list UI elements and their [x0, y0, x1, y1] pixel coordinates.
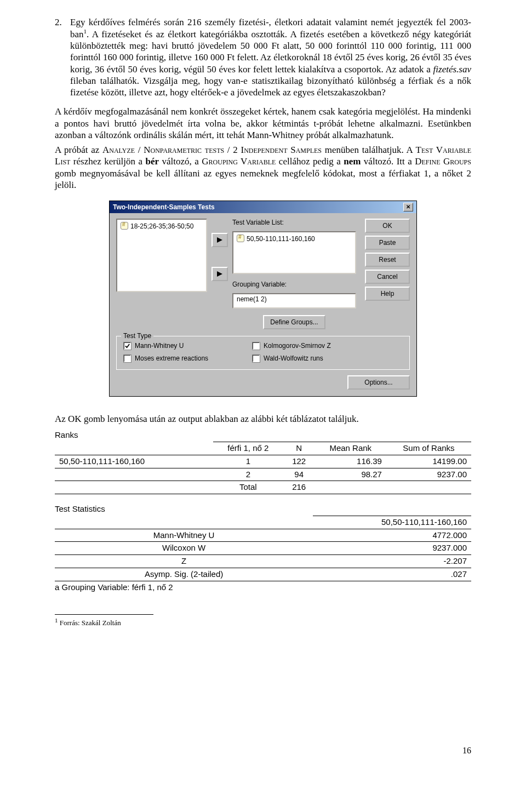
options-button[interactable]: Options...	[347, 375, 410, 390]
p3-d: változó, a	[159, 156, 202, 167]
variable-icon	[237, 235, 244, 242]
grouping-field[interactable]: neme(1 2)	[232, 293, 356, 308]
close-icon[interactable]: ✕	[403, 203, 413, 211]
after-dialog-text: Az OK gomb lenyomása után az output abla…	[55, 413, 471, 425]
test-variable-listbox[interactable]: 50,50-110,111-160,160	[232, 231, 356, 274]
stats-row: Z-2.207	[55, 555, 471, 568]
ranks-cell: 216	[283, 481, 315, 494]
source-listbox[interactable]: 18-25;26-35;36-50;50	[116, 219, 207, 292]
stats-value: 9237.000	[313, 542, 471, 555]
ranks-cell: 14199.00	[386, 455, 471, 468]
dialog-titlebar[interactable]: Two-Independent-Samples Tests ✕	[110, 201, 416, 213]
p3-c: részhez kerüljön a	[70, 156, 145, 167]
ww-label: Wald-Wolfowitz runs	[264, 354, 323, 363]
ranks-row: 2 94 98.27 9237.00	[55, 468, 471, 481]
ks-checkbox[interactable]: Kolmogorov-Smirnov Z	[252, 342, 331, 350]
checkbox-icon	[252, 354, 260, 363]
mw-label: Mann-Whitney U	[135, 342, 184, 350]
test-type-fieldset: Test Type Mann-Whitney U Mose	[116, 336, 410, 370]
dialog-title: Two-Independent-Samples Tests	[113, 203, 215, 211]
side-buttons: OK Paste Reset Cancel Help	[365, 219, 410, 329]
stats-col-header: 50,50-110,111-160,160	[313, 516, 471, 529]
svg-marker-0	[217, 237, 222, 243]
ranks-h-sum: Sum of Ranks	[386, 442, 471, 455]
stats-label: Z	[55, 555, 313, 568]
ranks-cell	[386, 481, 471, 494]
ranks-row-label: 50,50-110,111-160,160	[55, 455, 213, 468]
help-button[interactable]: Help	[365, 287, 410, 301]
menu-path: Analyze / Nonparametric tests / 2 Indepe…	[102, 145, 322, 155]
move-to-test-button[interactable]	[211, 233, 228, 247]
tvl-item-label: 50,50-110,111-160,160	[247, 235, 315, 243]
ok-button[interactable]: OK	[365, 219, 410, 233]
ranks-header-row: férfi 1, nő 2 N Mean Rank Sum of Ranks	[55, 442, 471, 455]
triangle-right-icon	[216, 237, 223, 243]
ranks-cell: 122	[283, 455, 315, 468]
stats-value: -2.207	[313, 555, 471, 568]
p3-g: gomb megnyomásával be kell állítani az e…	[55, 168, 471, 190]
tvl-label: Test Variable List:	[232, 219, 356, 227]
moses-checkbox[interactable]: Moses extreme reactions	[123, 354, 208, 363]
ranks-row: Total 216	[55, 481, 471, 494]
stats-title: Test Statistics	[55, 504, 471, 514]
ranks-cell	[315, 481, 386, 494]
define-groups-button[interactable]: Define Groups...	[263, 315, 325, 329]
arrow-column	[211, 219, 228, 329]
triangle-right-icon	[216, 271, 223, 277]
stats-value: 4772.000	[313, 529, 471, 542]
stats-row: Asymp. Sig. (2-tailed).027	[55, 568, 471, 581]
ui-label-grp: Grouping Variable	[202, 156, 276, 167]
ranks-cell: 1	[213, 455, 283, 468]
dialog-bottom-row: Options...	[116, 375, 410, 390]
footnote-separator	[55, 614, 153, 615]
ranks-cell: Total	[213, 481, 283, 494]
stats-label: Mann-Whitney U	[55, 529, 313, 542]
tvl-item[interactable]: 50,50-110,111-160,160	[237, 235, 352, 243]
numbered-item: 2. Egy kérdőíves felmérés során 216 szem…	[55, 16, 471, 98]
p3-e: cellához pedig a	[276, 156, 344, 167]
source-item-label: 18-25;26-35;36-50;50	[130, 222, 193, 230]
var-ber: bér	[145, 156, 159, 167]
paste-button[interactable]: Paste	[365, 236, 410, 250]
grp-label: Grouping Variable:	[232, 281, 356, 289]
test-type-legend: Test Type	[121, 332, 153, 340]
ranks-cell: 94	[283, 468, 315, 481]
p3-f: változó. Itt a	[361, 156, 415, 167]
item-text-c: fileban találhatók. Vizsgálja meg, hogy …	[70, 76, 471, 98]
ranks-row: 50,50-110,111-160,160 1 122 116.39 14199…	[55, 455, 471, 468]
checkbox-checked-icon	[123, 342, 132, 350]
ranks-cell: 116.39	[315, 455, 386, 468]
ww-checkbox[interactable]: Wald-Wolfowitz runs	[252, 354, 331, 363]
stats-value: .027	[313, 568, 471, 581]
move-to-grouping-button[interactable]	[211, 267, 228, 281]
paragraph-2: A kérdőív megfogalmazásánál nem konkrét …	[55, 106, 471, 141]
right-stack: Test Variable List: 50,50-110,111-160,16…	[232, 219, 356, 329]
moses-label: Moses extreme reactions	[135, 354, 208, 363]
ranks-h-n: N	[283, 442, 315, 455]
footnote-text: Forrás: Szakál Zoltán	[58, 619, 121, 627]
reset-button[interactable]: Reset	[365, 253, 410, 267]
checkbox-icon	[123, 354, 132, 363]
stats-table: 50,50-110,111-160,160 Mann-Whitney U4772…	[55, 516, 471, 581]
mann-whitney-checkbox[interactable]: Mann-Whitney U	[123, 342, 208, 350]
ks-label: Kolmogorov-Smirnov Z	[264, 342, 331, 350]
ranks-cell: 9237.00	[386, 468, 471, 481]
ranks-title: Ranks	[55, 430, 471, 441]
cancel-button[interactable]: Cancel	[365, 270, 410, 284]
spss-dialog: Two-Independent-Samples Tests ✕ 18-25;26…	[109, 201, 417, 397]
filename: fizetés.sav	[433, 64, 471, 75]
stats-label: Wilcoxon W	[55, 542, 313, 555]
checkbox-icon	[252, 342, 260, 350]
dialog-top-row: 18-25;26-35;36-50;50 Test Variable List:	[116, 219, 410, 329]
check-col-left: Mann-Whitney U Moses extreme reactions	[123, 342, 208, 363]
source-item[interactable]: 18-25;26-35;36-50;50	[121, 222, 203, 231]
variable-icon	[121, 222, 128, 230]
p3-a: A próbát az	[55, 145, 102, 155]
paragraph-3: A próbát az Analyze / Nonparametric test…	[55, 144, 471, 191]
stats-header-row: 50,50-110,111-160,160	[55, 516, 471, 529]
dialog-body: 18-25;26-35;36-50;50 Test Variable List:	[110, 213, 416, 396]
item-number: 2.	[55, 16, 70, 98]
ranks-cell: 2	[213, 468, 283, 481]
svg-marker-1	[217, 271, 222, 277]
ranks-h-group: férfi 1, nő 2	[213, 442, 283, 455]
